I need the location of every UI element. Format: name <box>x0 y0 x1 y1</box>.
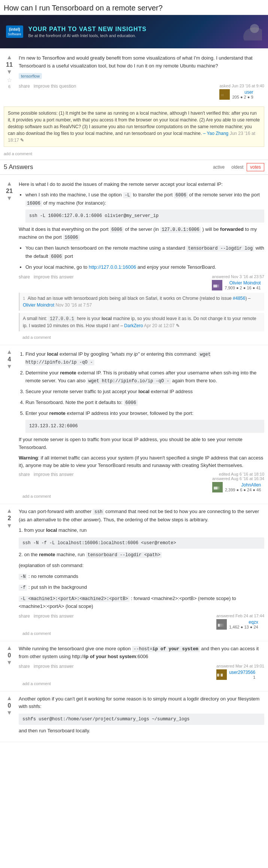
answer2-user: ▓▓▒ JohnAllen 2,399 ● 6 ● 24 ● 46 <box>212 482 264 492</box>
answer5-content: Another option if you can't get it worki… <box>19 695 264 738</box>
answer2-edited: edited Aug 6 '16 at 18:10 <box>219 472 264 476</box>
answer2-upvote[interactable]: ▲ <box>6 349 12 355</box>
answer2-step2: Determine your remote external IP. This … <box>25 369 264 385</box>
answer4-downvote[interactable]: ▼ <box>6 660 12 666</box>
sort-tabs: active oldest votes <box>210 163 264 171</box>
intel-logo: (intel) Software <box>6 25 23 38</box>
comment-edit-icon[interactable]: ✎ <box>20 138 24 143</box>
answer2-step4: Run Tensorboard. Note the port it defaul… <box>25 399 264 407</box>
answer-5: ▲ 0 ▼ Another option if you can't get it… <box>0 691 268 742</box>
answer1-share[interactable]: share <box>19 274 30 280</box>
svg-text:▓▓▒: ▓▓▒ <box>214 486 219 489</box>
answer1-meta: share improve this answer answered Nov 3… <box>19 274 264 290</box>
add-comment-answer4[interactable]: add a comment <box>19 680 264 687</box>
add-comment-answer3[interactable]: add a comment <box>19 630 264 637</box>
answer4-user: ▓░▓ user2973566 1 <box>216 669 264 680</box>
answer3-improve[interactable]: improve this answer <box>34 614 74 619</box>
issue-link[interactable]: #4856 <box>233 296 245 301</box>
svg-text:::::: :::: <box>221 94 224 96</box>
answer5-vote-count: 0 <box>8 702 11 709</box>
answer3-intro: You can port-forward with another ssh co… <box>19 508 264 524</box>
question-comment: Some possible solutions: (1) It might be… <box>4 106 264 147</box>
add-comment-answer2[interactable]: add a comment <box>19 492 264 500</box>
answer2-vote-col: ▲ 4 ▼ <box>4 349 15 500</box>
question-favorite[interactable]: ☆ <box>7 76 12 84</box>
answer5-upvote[interactable]: ▲ <box>6 695 12 701</box>
warning-label: Warning <box>19 455 38 461</box>
answer1-tensorboard-cmd: tensorboard --logdir log <box>186 245 254 251</box>
answer1-local-link[interactable]: http://127.0.0.1:16006 <box>89 264 136 270</box>
answer1-comment1-date: Nov 30 '16 at 7:57 <box>55 302 92 308</box>
answer5-text-pre: Another option if you can't get it worki… <box>19 695 264 711</box>
answer3-vote-count: 2 <box>8 515 11 522</box>
answer2-answered-info: edited Aug 6 '16 at 18:10 answered Aug 6… <box>212 472 264 492</box>
question-improve-link[interactable]: improve this question <box>34 84 76 89</box>
question-downvote[interactable]: ▼ <box>6 69 12 75</box>
answer2-avatar: ▓▓▒ <box>212 482 223 492</box>
answer2-vote-count: 4 <box>8 356 11 363</box>
answer1-bullet3: On your local machine, go to http://127.… <box>25 263 264 271</box>
question-vote-count: 11 <box>6 61 13 68</box>
question-user-info: :::: user 205 ● 2 ● 9 <box>219 89 264 100</box>
answer3-downvote[interactable]: ▼ <box>6 523 12 529</box>
answer1-comment2-edit[interactable]: ✎ <box>176 323 180 328</box>
question-meta: share improve this question asked Jun 23… <box>19 84 264 100</box>
question-share-link[interactable]: share <box>19 84 30 89</box>
answer-2: ▲ 4 ▼ Find your local external IP by goo… <box>0 345 268 504</box>
question-actions: share improve this question <box>19 84 76 89</box>
answer5-sshfs-cmd: sshfs user@host:/home/user/project/summa… <box>19 714 264 725</box>
answer4-avatar: ▓░▓ <box>216 669 227 680</box>
answer5-downvote[interactable]: ▼ <box>6 710 12 716</box>
question-user-avatar: :::: <box>219 89 230 100</box>
answer4-user-name[interactable]: user2973566 <box>229 670 255 675</box>
answer2-share[interactable]: share <box>19 472 30 477</box>
answer4-upvote[interactable]: ▲ <box>6 645 12 651</box>
answer3-tensorboard-cmd: tensorboard --logdir <path> <box>86 552 162 558</box>
answer1-downvote[interactable]: ▼ <box>6 195 12 201</box>
question-vote-col: ▲ 11 ▼ ☆ 6 <box>4 54 15 101</box>
answer1-upvote[interactable]: ▲ <box>6 181 12 187</box>
add-comment-question[interactable]: add a comment <box>0 150 268 157</box>
question-favorite-count: 6 <box>8 84 10 89</box>
sort-tab-active[interactable]: active <box>210 163 228 171</box>
answer3-user-name[interactable]: eqzx <box>229 620 258 625</box>
answer3-share[interactable]: share <box>19 614 30 619</box>
question-tags: tensorflow <box>19 73 264 81</box>
answer4-vote-col: ▲ 0 ▼ <box>4 645 15 687</box>
sort-tab-oldest[interactable]: oldest <box>228 163 247 171</box>
answer2-improve[interactable]: improve this answer <box>34 472 74 477</box>
add-comment-answer1[interactable]: add a comment <box>19 334 264 341</box>
tag-tensorflow[interactable]: tensorflow <box>19 73 42 79</box>
answer4-answered-info: answered Mar 24 at 19:01 ▓░▓ user2973566… <box>216 664 264 680</box>
answer1-user-name[interactable]: Olivier Moindrot <box>225 280 261 286</box>
answer4-share[interactable]: share <box>19 664 30 669</box>
answer1-comment-2: A small hint: 127.0.0.1 here is your loc… <box>19 313 264 331</box>
answer3-upvote[interactable]: ▲ <box>6 508 12 514</box>
answer5-text-end: and then run Tensorboard locally. <box>19 727 264 735</box>
answer3-ssh-cmd: ssh -N -f -L localhost:16006:localhost:6… <box>19 537 264 549</box>
answer2-downvote[interactable]: ▼ <box>6 364 12 370</box>
question-user-name[interactable]: user <box>232 90 253 95</box>
answer3-vote-col: ▲ 2 ▼ <box>4 508 15 637</box>
answer1-actions: share improve this answer <box>19 274 74 280</box>
question-body-text: I'm new to Tensorflow and would greatly … <box>19 54 264 70</box>
question-upvote[interactable]: ▲ <box>6 54 12 60</box>
answer4-improve[interactable]: improve this answer <box>34 664 74 669</box>
answer1-code-16006b: 16006 <box>63 235 80 241</box>
answer3-flag-L: -L <machine1>:<portA>:<machine2>:<portB>… <box>19 595 264 611</box>
answer3-explanation-label: (explanation of ssh command: <box>19 562 264 570</box>
answer1-code-addr: 127.0.0.1:6006 <box>160 227 201 233</box>
banner-text: YOUR PATH TO VAST NEW INSIGHTS Be at the… <box>28 26 147 38</box>
answer1-improve[interactable]: improve this answer <box>34 274 74 280</box>
localhost-code: 127.0.0.1 <box>48 316 76 322</box>
answer1-para1: What it does is that everything on the p… <box>19 226 264 241</box>
question-user-rep: 205 ● 2 ● 9 <box>232 95 253 99</box>
answer1-answered-info: answered Nov 3 '16 at 23:57 ▓▓▒ Olivier … <box>212 274 264 290</box>
answer3-answered-info: answered Feb 24 at 17:44 ▓▒░ eqzx 1,462 … <box>216 614 264 630</box>
answer3-step2: 2. on the remote machine, run tensorboar… <box>19 551 264 559</box>
answer1-comment1-author: Olivier Moindrot <box>23 302 54 308</box>
answer1-code-L: -L <box>123 192 131 198</box>
answer1-intro: Here is what I do to avoid the issues of… <box>19 181 264 189</box>
sort-tab-votes[interactable]: votes <box>247 163 264 171</box>
answer2-user-name[interactable]: JohnAllen <box>225 482 261 488</box>
